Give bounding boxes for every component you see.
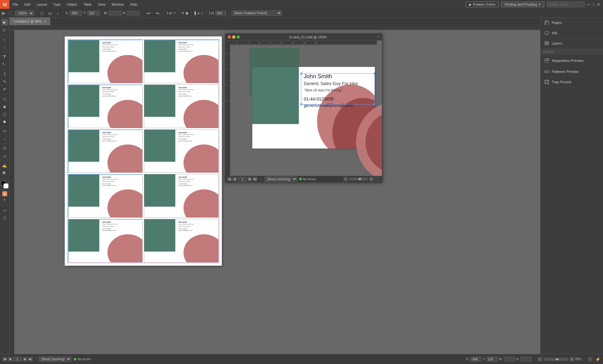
formatting-affects-btn[interactable]: T bbox=[1, 197, 8, 204]
prev-page-btn[interactable]: ◀ bbox=[8, 357, 12, 361]
rect-frame-tool[interactable]: ▢ bbox=[1, 95, 8, 102]
h-input[interactable] bbox=[127, 11, 140, 15]
tab-untitled[interactable]: *Untitled-2 @ 88% ✕ bbox=[9, 18, 50, 25]
pen-tool[interactable]: ✎ bbox=[1, 78, 8, 85]
pencil-tool[interactable]: ✐ bbox=[1, 86, 8, 93]
menu-help[interactable]: Help bbox=[127, 0, 140, 9]
rw-page-input[interactable] bbox=[238, 177, 247, 182]
rw-last-page-btn[interactable]: ▶| bbox=[253, 177, 257, 181]
x-coord-input[interactable] bbox=[470, 357, 481, 361]
sep-preview-label: Separations Preview bbox=[552, 59, 584, 62]
svg-rect-5 bbox=[545, 43, 549, 44]
panel-trap-presets[interactable]: Trap Presets bbox=[540, 77, 603, 87]
close-button[interactable]: ✕ bbox=[597, 2, 600, 7]
panel-sep-preview[interactable]: Separations Preview bbox=[540, 55, 603, 67]
window-float-button[interactable]: ↗ bbox=[376, 35, 379, 39]
svg-text:9: 9 bbox=[226, 100, 228, 101]
color-swatches[interactable] bbox=[1, 181, 8, 188]
tab-untitled-close[interactable]: ✕ bbox=[44, 20, 46, 23]
frame-type-select[interactable]: [Basic Graphics Frame] bbox=[232, 10, 282, 16]
quick-apply-btn[interactable]: ⚡ bbox=[595, 357, 600, 362]
window-minimize-dot[interactable] bbox=[232, 35, 235, 39]
background-color[interactable] bbox=[3, 183, 8, 188]
panel-flattener[interactable]: Flattener Preview bbox=[540, 67, 603, 77]
selection-tool[interactable]: ▶ bbox=[1, 19, 8, 26]
type-path-tool[interactable]: T∟ bbox=[1, 61, 8, 68]
bc-title: Generic Sales Guy For Hire bbox=[178, 134, 218, 136]
profile-select[interactable]: [Basic] (working) bbox=[39, 356, 71, 362]
rw-first-page-btn[interactable]: |◀ bbox=[227, 177, 232, 181]
type-tool[interactable]: T bbox=[1, 53, 8, 60]
zoom-tool[interactable]: 🔍 bbox=[1, 170, 8, 177]
menu-type[interactable]: Type bbox=[50, 0, 64, 9]
last-page-btn[interactable]: ▶| bbox=[28, 357, 33, 361]
fit-in-window-btn[interactable]: □ bbox=[588, 357, 593, 362]
zoom-in-btn[interactable]: + bbox=[570, 357, 574, 361]
rw-fit-page-btn[interactable]: □ bbox=[375, 177, 380, 182]
y-input[interactable] bbox=[87, 11, 100, 15]
w-coord-input[interactable] bbox=[504, 357, 515, 361]
view-mode-btn[interactable]: ▭ bbox=[1, 207, 8, 214]
eyedropper-tool[interactable]: 🗨 bbox=[1, 145, 8, 152]
menu-object[interactable]: Object bbox=[64, 0, 80, 9]
zoom-value-display[interactable]: 88% bbox=[575, 357, 582, 361]
printing-proofing-button[interactable]: Printing and Proofing ▼ bbox=[501, 2, 544, 7]
stroke-dropdown-icon[interactable]: ▼ bbox=[173, 11, 176, 15]
gap-tool[interactable]: ↕ bbox=[1, 44, 8, 51]
line-tool[interactable]: ∖ bbox=[1, 71, 8, 78]
next-page-btn[interactable]: ▶ bbox=[23, 357, 27, 361]
first-page-btn[interactable]: |◀ bbox=[3, 357, 7, 361]
rw-prev-page-btn[interactable]: ◀ bbox=[233, 177, 237, 181]
panel-info[interactable]: i Info bbox=[540, 28, 603, 38]
x-input[interactable] bbox=[69, 11, 82, 15]
align-right[interactable]: ░ bbox=[201, 11, 203, 15]
panel-pages[interactable]: Pages bbox=[540, 18, 603, 28]
menu-table[interactable]: Table bbox=[80, 0, 95, 9]
screen-mode-btn[interactable]: ☐ bbox=[1, 214, 8, 221]
window-maximize-dot[interactable] bbox=[237, 35, 240, 39]
ellipse-tool[interactable]: ◯ bbox=[1, 111, 8, 117]
rw-next-page-btn[interactable]: ▶ bbox=[248, 177, 252, 181]
undo-button[interactable]: ↩ bbox=[145, 10, 152, 16]
redo-button[interactable]: ↪ bbox=[154, 10, 161, 16]
rw-zoom-slider[interactable] bbox=[349, 177, 368, 181]
gradient-tool[interactable]: ◁ bbox=[1, 153, 8, 160]
minimize-button[interactable]: − bbox=[587, 1, 590, 8]
restore-button[interactable]: □ bbox=[592, 2, 595, 7]
menu-file[interactable]: File bbox=[9, 0, 21, 9]
page-input[interactable] bbox=[13, 357, 22, 361]
layers-icon bbox=[544, 41, 549, 46]
adobe-stock-search[interactable] bbox=[547, 2, 584, 7]
zoom-slider[interactable] bbox=[543, 358, 568, 361]
frame-tool-2[interactable]: ▭ bbox=[46, 10, 54, 16]
h-coord-input[interactable] bbox=[521, 357, 532, 361]
hand-tool[interactable]: ✍ bbox=[1, 162, 8, 169]
rect-tool[interactable]: ▣ bbox=[1, 103, 8, 110]
zoom-out-btn[interactable]: − bbox=[538, 357, 542, 361]
frame-tool-3[interactable]: ▫ bbox=[55, 10, 60, 16]
w-input[interactable] bbox=[109, 11, 121, 15]
stroke-value-input[interactable] bbox=[215, 11, 226, 15]
panel-layers[interactable]: Layers bbox=[540, 38, 603, 49]
zoom-select[interactable]: 150% 100% 88% 200% bbox=[15, 10, 34, 16]
free-transform-tool[interactable]: ⌕ bbox=[1, 135, 8, 142]
window-close-dot[interactable] bbox=[228, 35, 231, 39]
y-coord-input[interactable] bbox=[487, 357, 498, 361]
menu-view[interactable]: View bbox=[95, 0, 109, 9]
menu-edit[interactable]: Edit bbox=[21, 0, 34, 9]
menu-window[interactable]: Window bbox=[108, 0, 127, 9]
lg-tagline: "Man oh man I'm boring" bbox=[304, 88, 372, 93]
menu-layout[interactable]: Layout bbox=[34, 0, 50, 9]
polygon-tool[interactable]: ⬟ bbox=[1, 118, 8, 125]
rw-zoom-in-btn[interactable]: + bbox=[369, 177, 374, 181]
rw-profile-select[interactable]: [Basic] (working) bbox=[265, 177, 297, 182]
align-center[interactable]: ◎ bbox=[197, 11, 200, 15]
rw-zoom-out-btn[interactable]: − bbox=[343, 177, 348, 181]
publish-online-button[interactable]: ▶ Publish Online bbox=[466, 2, 499, 7]
scissors-tool[interactable]: ✄ bbox=[1, 128, 8, 135]
apply-color-btn[interactable]: ■ bbox=[2, 191, 7, 196]
frame-tool-1[interactable]: □ bbox=[39, 10, 45, 16]
direct-selection-tool[interactable]: ▷ bbox=[1, 26, 8, 33]
page-tool[interactable]: □ bbox=[1, 36, 8, 43]
align-left[interactable]: ▐ bbox=[194, 11, 196, 15]
